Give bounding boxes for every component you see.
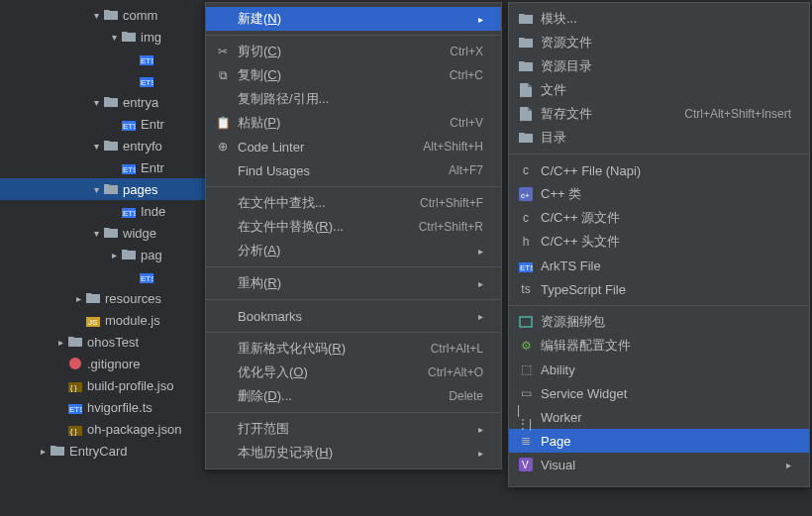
menu-item[interactable]: 重构(R)▸ [206,271,501,295]
cpp-icon: c+ [517,187,535,201]
menu-item[interactable]: 优化导入(O)Ctrl+Alt+O [206,361,501,384]
menu-item[interactable]: 模块... [509,7,809,31]
menu-item[interactable]: hC/C++ 头文件 [509,230,809,254]
menu-item-label: C++ 类 [541,185,791,203]
menu-item[interactable]: ⧉复制(C)Ctrl+C [206,63,501,87]
menu-item-label: C/C++ 源文件 [541,209,791,227]
menu-item[interactable]: VVisual▸ [509,453,809,476]
menu-item[interactable]: cC/C++ 源文件 [509,206,809,230]
menu-item[interactable]: ⬚Ability [509,358,809,381]
tree-item-label: Entr [141,117,164,132]
svg-text:ETS: ETS [141,274,153,283]
menu-item[interactable]: ▭Service Widget [509,381,809,405]
menu-item[interactable]: 新建(N)▸ [206,7,501,31]
⧉-icon: ⧉ [214,68,232,82]
menu-item-shortcut: Ctrl+Shift+R [419,220,483,234]
json-icon: { } [67,378,83,392]
menu-item-label: Page [541,434,791,449]
tree-item-label: hvigorfile.ts [87,400,152,415]
menu-item[interactable]: 删除(D)...Delete [206,384,501,408]
menu-item-shortcut: Ctrl+V [450,116,483,130]
folder-icon [103,226,119,240]
ets-icon: ETS [67,400,83,414]
menu-separator [206,35,501,36]
ets-icon: ETS [517,258,535,272]
submenu-arrow-icon: ▸ [478,246,483,257]
menu-item[interactable]: 重新格式化代码(R)Ctrl+Alt+L [206,337,501,361]
menu-item[interactable]: 资源文件 [509,31,809,54]
tree-item-label: Entr [141,160,164,175]
menu-item[interactable]: 在文件中查找...Ctrl+Shift+F [206,191,501,215]
ets-icon: ETS [139,73,154,87]
menu-item[interactable]: 复制路径/引用... [206,87,501,111]
c-icon: c [517,163,535,177]
menu-item[interactable]: 资源捆绑包 [509,310,809,334]
visual-icon: V [517,458,535,471]
menu-item-shortcut: Ctrl+X [450,45,483,58]
✂-icon: ✂ [214,45,232,58]
js-icon: JS [85,313,101,327]
menu-item[interactable]: 文件 [509,78,809,102]
tree-item-label: module.js [105,313,160,328]
menu-item-label: 编辑器配置文件 [541,337,791,355]
menu-item-label: 重新格式化代码(R) [238,340,419,358]
menu-item[interactable]: ≣Page [509,429,809,453]
menu-item[interactable]: Find UsagesAlt+F7 [206,158,501,182]
tree-item-label: .gitignore [87,357,140,371]
ets-icon: ETS [139,52,154,65]
folder-icon [67,335,83,349]
tree-item-label: entryfo [123,139,162,154]
menu-item-shortcut: Ctrl+Shift+F [420,196,483,210]
folder-icon [517,132,535,144]
tree-item-label: EntryCard [69,444,128,459]
menu-item[interactable]: ⚙编辑器配置文件 [509,334,809,358]
ets-icon: ETS [121,117,137,131]
menu-separator [206,186,501,187]
svg-text:ETS: ETS [141,78,153,87]
menu-item[interactable]: ✂剪切(C)Ctrl+X [206,40,501,63]
submenu-arrow-icon: ▸ [478,278,483,289]
menu-item-label: Service Widget [541,386,791,401]
menu-item[interactable]: |⋮|Worker [509,405,809,429]
menu-item[interactable]: 分析(A)▸ [206,239,501,262]
menu-item-label: 新建(N) [238,10,470,28]
menu-item[interactable]: ⊕Code LinterAlt+Shift+H [206,135,501,158]
submenu-arrow-icon: ▸ [478,311,483,322]
menu-item[interactable]: 📋粘贴(P)Ctrl+V [206,111,501,135]
folder-icon [517,13,535,25]
svg-text:ETS: ETS [123,122,136,131]
svg-text:ETS: ETS [123,209,136,218]
menu-item[interactable]: 打开范围▸ [206,417,501,441]
chevron-down-icon: ▾ [89,228,103,239]
menu-item-label: 优化导入(O) [238,363,416,381]
svg-text:JS: JS [88,318,97,327]
menu-item[interactable]: 目录 [509,126,809,150]
menu-item[interactable]: 资源目录 [509,54,809,78]
menu-item[interactable]: 本地历史记录(H)▸ [206,441,501,464]
c-icon: c [517,211,535,225]
chevron-down-icon: ▾ [107,32,121,43]
tree-item-label: comm [123,8,157,23]
menu-item[interactable]: Bookmarks▸ [206,304,501,328]
menu-item[interactable]: tsTypeScript File [509,277,809,301]
menu-item[interactable]: cC/C++ File (Napi) [509,158,809,182]
svg-text:ETS: ETS [69,405,82,414]
tree-item-label: pages [123,182,157,197]
menu-item[interactable]: ETSArkTS File [509,254,809,277]
tree-item-label: widge [123,226,156,241]
svg-text:ETS: ETS [520,263,533,272]
menu-item-shortcut: Ctrl+Alt+L [431,342,483,356]
git-icon [67,357,83,370]
menu-item[interactable]: c+C++ 类 [509,182,809,206]
tree-item-label: resources [105,291,161,306]
menu-item-label: Bookmarks [238,309,470,324]
menu-item[interactable]: 在文件中替换(R)...Ctrl+Shift+R [206,215,501,239]
menu-item-label: 资源文件 [541,34,791,52]
menu-item-label: Find Usages [238,163,437,178]
menu-item-label: C/C++ 头文件 [541,233,791,251]
folder-icon [103,95,119,109]
chevron-down-icon: ▾ [89,97,103,108]
menu-item[interactable]: 暂存文件Ctrl+Alt+Shift+Insert [509,102,809,126]
folder-icon [50,444,65,458]
menu-item-label: C/C++ File (Napi) [541,163,791,178]
